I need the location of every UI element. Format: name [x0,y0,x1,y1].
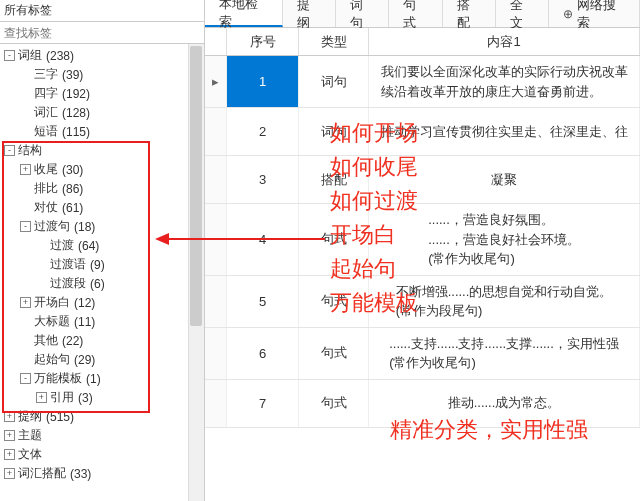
table-row[interactable]: 6句式......支持......支持......支撑......，实用性强(常… [205,328,640,380]
tree-label: 结构 [18,142,42,159]
tree-node[interactable]: -结构 [0,141,204,160]
tree-count: (86) [62,182,83,196]
collapse-icon[interactable]: - [20,221,31,232]
tree-node[interactable]: -过渡句 (18) [0,217,204,236]
tree-label: 开场白 [34,294,70,311]
grid-header: 序号 类型 内容1 [205,28,640,56]
row-handle[interactable] [205,380,227,427]
expand-icon[interactable]: + [4,430,15,441]
tab-label: 网络搜索 [577,0,625,32]
tree-node[interactable]: +引用 (3) [0,388,204,407]
tree-node[interactable]: 三字 (39) [0,65,204,84]
tree-label: 收尾 [34,161,58,178]
tree-count: (29) [74,353,95,367]
table-row[interactable]: 3搭配凝聚 [205,156,640,204]
tree-node[interactable]: +提纲 (515) [0,407,204,426]
tab-label: 词句 [350,0,374,32]
collapse-icon[interactable]: - [20,373,31,384]
tree-label: 其他 [34,332,58,349]
tree-label: 大标题 [34,313,70,330]
row-handle[interactable] [205,156,227,203]
tree-node[interactable]: 其他 (22) [0,331,204,350]
row-content: 我们要以全面深化改革的实际行动庆祝改革续沿着改革开放的康庄大道奋勇前进。 [369,56,640,107]
row-handle[interactable] [205,328,227,379]
tree-label: 过渡句 [34,218,70,235]
expand-icon[interactable]: + [4,411,15,422]
tree-node[interactable]: +收尾 (30) [0,160,204,179]
tree-label: 过渡语 [50,256,86,273]
tree-count: (18) [74,220,95,234]
tag-search-input[interactable] [0,22,204,44]
table-row[interactable]: 2词句推动学习宣传贯彻往实里走、往深里走、往 [205,108,640,156]
tree-node[interactable]: +文体 [0,445,204,464]
tree-label: 引用 [50,389,74,406]
row-handle[interactable] [205,108,227,155]
tree-scrollbar[interactable] [188,44,204,501]
tree-node[interactable]: 起始句 (29) [0,350,204,369]
tab[interactable]: ⊕网络搜索 [549,0,640,27]
tree-node[interactable]: 四字 (192) [0,84,204,103]
expand-icon[interactable]: + [20,164,31,175]
tree-node[interactable]: 过渡语 (9) [0,255,204,274]
tree-node[interactable]: +主题 [0,426,204,445]
row-handle[interactable] [205,204,227,275]
table-row[interactable]: ▸1词句我们要以全面深化改革的实际行动庆祝改革续沿着改革开放的康庄大道奋勇前进。 [205,56,640,108]
tree-count: (64) [78,239,99,253]
collapse-icon[interactable]: - [4,145,15,156]
tree-label: 短语 [34,123,58,140]
tree-count: (128) [62,106,90,120]
tab[interactable]: 全文 [496,0,549,27]
grid-body: ▸1词句我们要以全面深化改革的实际行动庆祝改革续沿着改革开放的康庄大道奋勇前进。… [205,56,640,501]
tree-node[interactable]: 短语 (115) [0,122,204,141]
tree-count: (238) [46,49,74,63]
grid-header-handle [205,28,227,55]
tree-node[interactable]: 排比 (86) [0,179,204,198]
table-row[interactable]: 5句式不断增强......的思想自觉和行动自觉。(常作为段尾句) [205,276,640,328]
row-type: 词句 [299,108,369,155]
row-seq: 2 [227,108,299,155]
tree-node[interactable]: +开场白 (12) [0,293,204,312]
tree-label: 词组 [18,47,42,64]
table-row[interactable]: 7句式推动......成为常态。 [205,380,640,428]
row-type: 句式 [299,380,369,427]
tree-count: (12) [74,296,95,310]
expand-icon[interactable]: + [36,392,47,403]
tab[interactable]: 句式 [389,0,442,27]
table-row[interactable]: 4句式......，营造良好氛围。......，营造良好社会环境。(常作为收尾句… [205,204,640,276]
tree-node[interactable]: -万能模板 (1) [0,369,204,388]
tree-label: 主题 [18,427,42,444]
tab[interactable]: 搭配 [443,0,496,27]
tab[interactable]: 本地检索 [205,0,283,27]
tree-count: (192) [62,87,90,101]
row-content: 凝聚 [369,156,640,203]
tree-node[interactable]: 过渡段 (6) [0,274,204,293]
row-type: 句式 [299,328,369,379]
tree-node[interactable]: 词汇 (128) [0,103,204,122]
tree-node[interactable]: 大标题 (11) [0,312,204,331]
row-type: 搭配 [299,156,369,203]
grid-header-type[interactable]: 类型 [299,28,369,55]
collapse-icon[interactable]: - [4,50,15,61]
tree-label: 词汇 [34,104,58,121]
tree-count: (30) [62,163,83,177]
expand-icon[interactable]: + [4,449,15,460]
expand-icon[interactable]: + [4,468,15,479]
tree-node[interactable]: +词汇搭配 (33) [0,464,204,483]
grid-header-content[interactable]: 内容1 [369,28,640,55]
tree-node[interactable]: 对仗 (61) [0,198,204,217]
tree-count: (22) [62,334,83,348]
row-type: 句式 [299,276,369,327]
expand-icon[interactable]: + [20,297,31,308]
tree-count: (39) [62,68,83,82]
tree-node[interactable]: 过渡 (64) [0,236,204,255]
tree-label: 提纲 [18,408,42,425]
tab[interactable]: 词句 [336,0,389,27]
grid-header-seq[interactable]: 序号 [227,28,299,55]
sidebar-title: 所有标签 [0,0,204,22]
tab[interactable]: 提纲 [283,0,336,27]
tree-node[interactable]: -词组 (238) [0,46,204,65]
tree-label: 对仗 [34,199,58,216]
row-handle[interactable]: ▸ [205,56,227,107]
row-handle[interactable] [205,276,227,327]
tag-tree: -词组 (238)三字 (39)四字 (192)词汇 (128)短语 (115)… [0,44,204,501]
